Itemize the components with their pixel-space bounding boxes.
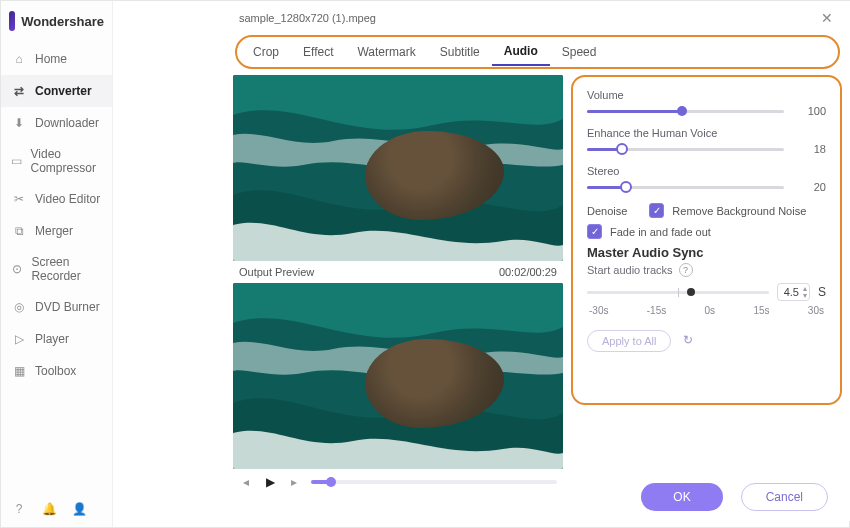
voice-label: Enhance the Human Voice bbox=[587, 127, 826, 139]
audio-sync-value: 4.5 bbox=[784, 286, 799, 298]
sidebar-item-label: Toolbox bbox=[35, 364, 76, 378]
help-tooltip-icon[interactable]: ? bbox=[679, 263, 693, 277]
stepper-down-icon[interactable]: ▾ bbox=[803, 292, 807, 299]
screen-recorder-icon: ⊙ bbox=[11, 261, 23, 277]
sidebar-item-converter[interactable]: ⇄Converter bbox=[1, 75, 112, 107]
cancel-button[interactable]: Cancel bbox=[741, 483, 828, 511]
converter-icon: ⇄ bbox=[11, 83, 27, 99]
source-preview bbox=[233, 75, 563, 261]
sidebar-item-label: Converter bbox=[35, 84, 92, 98]
fade-checkbox[interactable]: ✓ bbox=[587, 224, 602, 239]
notifications-icon[interactable]: 🔔 bbox=[41, 501, 57, 517]
tab-speed[interactable]: Speed bbox=[550, 39, 609, 65]
sidebar-item-label: Video Editor bbox=[35, 192, 100, 206]
downloader-icon: ⬇ bbox=[11, 115, 27, 131]
help-icon[interactable]: ? bbox=[11, 501, 27, 517]
output-preview-label: Output Preview bbox=[239, 266, 314, 278]
sidebar-item-label: Downloader bbox=[35, 116, 99, 130]
sync-scale-tick: 0s bbox=[705, 305, 716, 316]
tab-subtitle[interactable]: Subtitle bbox=[428, 39, 492, 65]
merger-icon: ⧉ bbox=[11, 223, 27, 239]
home-icon: ⌂ bbox=[11, 51, 27, 67]
stereo-slider[interactable] bbox=[587, 186, 784, 189]
account-icon[interactable]: 👤 bbox=[71, 501, 87, 517]
audio-sync-unit: S bbox=[818, 285, 826, 299]
fade-label: Fade in and fade out bbox=[610, 226, 711, 238]
volume-slider[interactable] bbox=[587, 110, 784, 113]
sync-scale-tick: 30s bbox=[808, 305, 824, 316]
sidebar-item-label: Merger bbox=[35, 224, 73, 238]
sidebar-item-toolbox[interactable]: ▦Toolbox bbox=[1, 355, 112, 387]
reset-icon[interactable]: ↻ bbox=[683, 333, 699, 349]
dialog-filename: sample_1280x720 (1).mpeg bbox=[239, 12, 376, 24]
sidebar-item-downloader[interactable]: ⬇Downloader bbox=[1, 107, 112, 139]
sync-scale-tick: -15s bbox=[647, 305, 666, 316]
edit-dialog: sample_1280x720 (1).mpeg ✕ CropEffectWat… bbox=[225, 1, 850, 521]
sidebar-item-video-compressor[interactable]: ▭Video Compressor bbox=[1, 139, 112, 183]
audio-sync-slider[interactable] bbox=[587, 291, 769, 294]
stereo-value: 20 bbox=[798, 181, 826, 193]
sidebar-item-home[interactable]: ⌂Home bbox=[1, 43, 112, 75]
sidebar-item-label: DVD Burner bbox=[35, 300, 100, 314]
player-icon: ▷ bbox=[11, 331, 27, 347]
voice-slider[interactable] bbox=[587, 148, 784, 151]
stereo-label: Stereo bbox=[587, 165, 826, 177]
sidebar-item-merger[interactable]: ⧉Merger bbox=[1, 215, 112, 247]
tab-watermark[interactable]: Watermark bbox=[345, 39, 427, 65]
sidebar-item-label: Screen Recorder bbox=[31, 255, 102, 283]
output-preview bbox=[233, 283, 563, 469]
video-editor-icon: ✂ bbox=[11, 191, 27, 207]
brand-name: Wondershare bbox=[21, 14, 104, 29]
volume-label: Volume bbox=[587, 89, 826, 101]
master-audio-sync-title: Master Audio Sync bbox=[587, 245, 826, 260]
video-compressor-icon: ▭ bbox=[11, 153, 23, 169]
ok-button[interactable]: OK bbox=[641, 483, 722, 511]
sync-scale-tick: -30s bbox=[589, 305, 608, 316]
start-audio-tracks-label: Start audio tracks bbox=[587, 264, 673, 276]
sidebar-item-video-editor[interactable]: ✂Video Editor bbox=[1, 183, 112, 215]
dialog-close-icon[interactable]: ✕ bbox=[818, 9, 836, 27]
toolbox-icon: ▦ bbox=[11, 363, 27, 379]
tab-effect[interactable]: Effect bbox=[291, 39, 345, 65]
denoise-label: Denoise bbox=[587, 205, 627, 217]
dvd-burner-icon: ◎ bbox=[11, 299, 27, 315]
preview-timecode: 00:02/00:29 bbox=[499, 266, 557, 278]
sidebar-item-label: Player bbox=[35, 332, 69, 346]
brand-logo-icon bbox=[9, 11, 15, 31]
sidebar-item-label: Video Compressor bbox=[31, 147, 102, 175]
sidebar-item-player[interactable]: ▷Player bbox=[1, 323, 112, 355]
brand: Wondershare bbox=[1, 1, 112, 41]
voice-value: 18 bbox=[798, 143, 826, 155]
sidebar-item-label: Home bbox=[35, 52, 67, 66]
volume-value: 100 bbox=[798, 105, 826, 117]
denoise-checkbox[interactable]: ✓ bbox=[649, 203, 664, 218]
tab-audio[interactable]: Audio bbox=[492, 38, 550, 66]
tab-crop[interactable]: Crop bbox=[241, 39, 291, 65]
apply-to-all-button[interactable]: Apply to All bbox=[587, 330, 671, 352]
denoise-option-label: Remove Background Noise bbox=[672, 205, 806, 217]
audio-panel: Volume 100 Enhance the Human Voice bbox=[571, 75, 842, 405]
sidebar-item-screen-recorder[interactable]: ⊙Screen Recorder bbox=[1, 247, 112, 291]
audio-sync-stepper[interactable]: 4.5 ▴ ▾ bbox=[777, 283, 810, 301]
sidebar-item-dvd-burner[interactable]: ◎DVD Burner bbox=[1, 291, 112, 323]
sync-scale-tick: 15s bbox=[753, 305, 769, 316]
